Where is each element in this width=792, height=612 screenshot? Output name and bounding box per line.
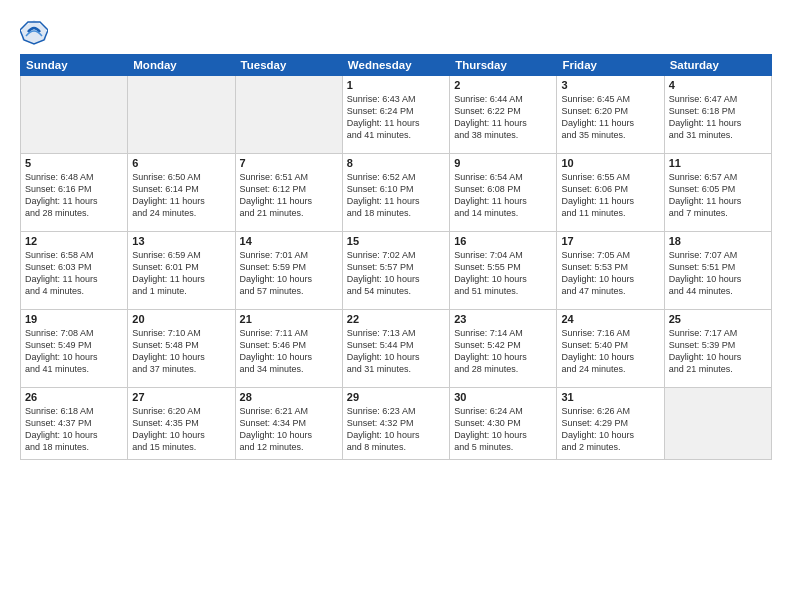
calendar-cell: 28Sunrise: 6:21 AM Sunset: 4:34 PM Dayli… (235, 388, 342, 460)
calendar-cell: 1Sunrise: 6:43 AM Sunset: 6:24 PM Daylig… (342, 76, 449, 154)
calendar-cell: 13Sunrise: 6:59 AM Sunset: 6:01 PM Dayli… (128, 232, 235, 310)
weekday-header-monday: Monday (128, 55, 235, 76)
calendar-cell: 11Sunrise: 6:57 AM Sunset: 6:05 PM Dayli… (664, 154, 771, 232)
day-number: 14 (240, 235, 338, 247)
calendar-cell: 18Sunrise: 7:07 AM Sunset: 5:51 PM Dayli… (664, 232, 771, 310)
day-number: 16 (454, 235, 552, 247)
week-row-3: 12Sunrise: 6:58 AM Sunset: 6:03 PM Dayli… (21, 232, 772, 310)
calendar-cell: 22Sunrise: 7:13 AM Sunset: 5:44 PM Dayli… (342, 310, 449, 388)
calendar-cell: 14Sunrise: 7:01 AM Sunset: 5:59 PM Dayli… (235, 232, 342, 310)
day-number: 13 (132, 235, 230, 247)
calendar-cell: 19Sunrise: 7:08 AM Sunset: 5:49 PM Dayli… (21, 310, 128, 388)
cell-info: Sunrise: 6:26 AM Sunset: 4:29 PM Dayligh… (561, 405, 659, 454)
cell-info: Sunrise: 6:20 AM Sunset: 4:35 PM Dayligh… (132, 405, 230, 454)
weekday-header-wednesday: Wednesday (342, 55, 449, 76)
weekday-header-sunday: Sunday (21, 55, 128, 76)
calendar-cell (128, 76, 235, 154)
cell-info: Sunrise: 7:05 AM Sunset: 5:53 PM Dayligh… (561, 249, 659, 298)
cell-info: Sunrise: 6:21 AM Sunset: 4:34 PM Dayligh… (240, 405, 338, 454)
cell-info: Sunrise: 6:58 AM Sunset: 6:03 PM Dayligh… (25, 249, 123, 298)
calendar-cell: 7Sunrise: 6:51 AM Sunset: 6:12 PM Daylig… (235, 154, 342, 232)
day-number: 5 (25, 157, 123, 169)
calendar-cell: 17Sunrise: 7:05 AM Sunset: 5:53 PM Dayli… (557, 232, 664, 310)
cell-info: Sunrise: 7:02 AM Sunset: 5:57 PM Dayligh… (347, 249, 445, 298)
day-number: 23 (454, 313, 552, 325)
cell-info: Sunrise: 7:13 AM Sunset: 5:44 PM Dayligh… (347, 327, 445, 376)
calendar-cell (664, 388, 771, 460)
day-number: 11 (669, 157, 767, 169)
cell-info: Sunrise: 6:18 AM Sunset: 4:37 PM Dayligh… (25, 405, 123, 454)
cell-info: Sunrise: 6:51 AM Sunset: 6:12 PM Dayligh… (240, 171, 338, 220)
weekday-header-tuesday: Tuesday (235, 55, 342, 76)
calendar-cell: 27Sunrise: 6:20 AM Sunset: 4:35 PM Dayli… (128, 388, 235, 460)
calendar-cell: 16Sunrise: 7:04 AM Sunset: 5:55 PM Dayli… (450, 232, 557, 310)
cell-info: Sunrise: 6:54 AM Sunset: 6:08 PM Dayligh… (454, 171, 552, 220)
cell-info: Sunrise: 6:24 AM Sunset: 4:30 PM Dayligh… (454, 405, 552, 454)
calendar-cell: 2Sunrise: 6:44 AM Sunset: 6:22 PM Daylig… (450, 76, 557, 154)
day-number: 19 (25, 313, 123, 325)
cell-info: Sunrise: 7:14 AM Sunset: 5:42 PM Dayligh… (454, 327, 552, 376)
logo (20, 18, 52, 46)
weekday-header-saturday: Saturday (664, 55, 771, 76)
day-number: 24 (561, 313, 659, 325)
day-number: 6 (132, 157, 230, 169)
cell-info: Sunrise: 6:55 AM Sunset: 6:06 PM Dayligh… (561, 171, 659, 220)
calendar-cell: 10Sunrise: 6:55 AM Sunset: 6:06 PM Dayli… (557, 154, 664, 232)
calendar-cell (21, 76, 128, 154)
day-number: 21 (240, 313, 338, 325)
cell-info: Sunrise: 6:47 AM Sunset: 6:18 PM Dayligh… (669, 93, 767, 142)
cell-info: Sunrise: 7:04 AM Sunset: 5:55 PM Dayligh… (454, 249, 552, 298)
day-number: 7 (240, 157, 338, 169)
weekday-header-thursday: Thursday (450, 55, 557, 76)
cell-info: Sunrise: 7:01 AM Sunset: 5:59 PM Dayligh… (240, 249, 338, 298)
day-number: 3 (561, 79, 659, 91)
calendar-cell: 9Sunrise: 6:54 AM Sunset: 6:08 PM Daylig… (450, 154, 557, 232)
day-number: 29 (347, 391, 445, 403)
day-number: 27 (132, 391, 230, 403)
calendar-cell: 12Sunrise: 6:58 AM Sunset: 6:03 PM Dayli… (21, 232, 128, 310)
calendar-cell: 26Sunrise: 6:18 AM Sunset: 4:37 PM Dayli… (21, 388, 128, 460)
calendar-cell: 24Sunrise: 7:16 AM Sunset: 5:40 PM Dayli… (557, 310, 664, 388)
day-number: 8 (347, 157, 445, 169)
cell-info: Sunrise: 6:23 AM Sunset: 4:32 PM Dayligh… (347, 405, 445, 454)
day-number: 9 (454, 157, 552, 169)
cell-info: Sunrise: 6:50 AM Sunset: 6:14 PM Dayligh… (132, 171, 230, 220)
logo-icon (20, 18, 48, 46)
week-row-5: 26Sunrise: 6:18 AM Sunset: 4:37 PM Dayli… (21, 388, 772, 460)
cell-info: Sunrise: 7:08 AM Sunset: 5:49 PM Dayligh… (25, 327, 123, 376)
day-number: 18 (669, 235, 767, 247)
calendar-cell: 23Sunrise: 7:14 AM Sunset: 5:42 PM Dayli… (450, 310, 557, 388)
day-number: 31 (561, 391, 659, 403)
cell-info: Sunrise: 7:11 AM Sunset: 5:46 PM Dayligh… (240, 327, 338, 376)
day-number: 4 (669, 79, 767, 91)
cell-info: Sunrise: 6:52 AM Sunset: 6:10 PM Dayligh… (347, 171, 445, 220)
calendar-cell: 29Sunrise: 6:23 AM Sunset: 4:32 PM Dayli… (342, 388, 449, 460)
day-number: 1 (347, 79, 445, 91)
calendar-cell (235, 76, 342, 154)
week-row-4: 19Sunrise: 7:08 AM Sunset: 5:49 PM Dayli… (21, 310, 772, 388)
week-row-1: 1Sunrise: 6:43 AM Sunset: 6:24 PM Daylig… (21, 76, 772, 154)
cell-info: Sunrise: 6:43 AM Sunset: 6:24 PM Dayligh… (347, 93, 445, 142)
weekday-header-friday: Friday (557, 55, 664, 76)
day-number: 26 (25, 391, 123, 403)
day-number: 28 (240, 391, 338, 403)
page: SundayMondayTuesdayWednesdayThursdayFrid… (0, 0, 792, 612)
day-number: 12 (25, 235, 123, 247)
calendar-cell: 8Sunrise: 6:52 AM Sunset: 6:10 PM Daylig… (342, 154, 449, 232)
header (20, 18, 772, 46)
day-number: 22 (347, 313, 445, 325)
cell-info: Sunrise: 7:07 AM Sunset: 5:51 PM Dayligh… (669, 249, 767, 298)
cell-info: Sunrise: 7:10 AM Sunset: 5:48 PM Dayligh… (132, 327, 230, 376)
cell-info: Sunrise: 6:57 AM Sunset: 6:05 PM Dayligh… (669, 171, 767, 220)
day-number: 2 (454, 79, 552, 91)
day-number: 10 (561, 157, 659, 169)
calendar-cell: 6Sunrise: 6:50 AM Sunset: 6:14 PM Daylig… (128, 154, 235, 232)
cell-info: Sunrise: 6:44 AM Sunset: 6:22 PM Dayligh… (454, 93, 552, 142)
calendar-cell: 25Sunrise: 7:17 AM Sunset: 5:39 PM Dayli… (664, 310, 771, 388)
calendar-cell: 5Sunrise: 6:48 AM Sunset: 6:16 PM Daylig… (21, 154, 128, 232)
day-number: 17 (561, 235, 659, 247)
calendar-cell: 3Sunrise: 6:45 AM Sunset: 6:20 PM Daylig… (557, 76, 664, 154)
day-number: 20 (132, 313, 230, 325)
calendar: SundayMondayTuesdayWednesdayThursdayFrid… (20, 54, 772, 460)
calendar-cell: 21Sunrise: 7:11 AM Sunset: 5:46 PM Dayli… (235, 310, 342, 388)
